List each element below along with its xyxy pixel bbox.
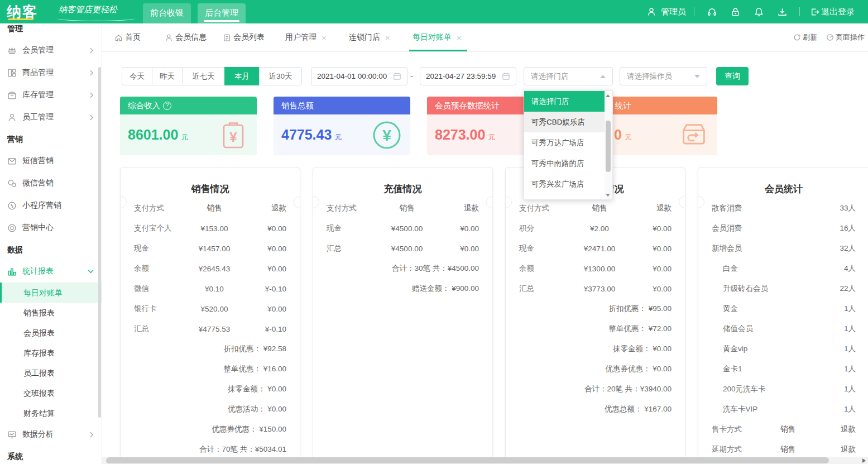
stat-row: 会员消费 16人	[698, 218, 868, 238]
sidebar-subitem-member-report[interactable]: 会员报表	[0, 323, 102, 343]
sidebar-item-statistic-reports[interactable]: 统计报表	[0, 260, 102, 283]
summary-line: 赠送金额： ¥900.00	[313, 279, 492, 299]
summary-line: 整单优惠： ¥72.00	[506, 319, 685, 339]
nav-back-manage[interactable]: 后台管理	[198, 3, 246, 23]
date-to-value: 2021-04-27 23:59:59	[426, 72, 496, 80]
envelope-icon	[7, 156, 17, 166]
sidebar-item-data-analysis[interactable]: 数据分析	[0, 423, 102, 446]
circle-yen-icon: ¥	[372, 121, 401, 150]
sidebar-item-label: 库存管理	[22, 90, 54, 100]
miniprogram-icon	[7, 201, 17, 211]
sidebar-subitem-staff-report[interactable]: 员工报表	[0, 363, 102, 383]
tab-label: 首页	[125, 32, 141, 42]
username[interactable]: 管理员	[661, 7, 686, 17]
caret-down-icon	[694, 75, 700, 78]
stat-row: 储值会员 1人	[698, 319, 868, 339]
help-icon[interactable]: ?	[163, 102, 171, 110]
sidebar-item-sms-marketing[interactable]: 短信营销	[0, 150, 102, 172]
sidebar-item-goods-manage[interactable]: 商品管理	[0, 61, 102, 84]
summary-line: 合计：20笔 共：¥3940.00	[506, 379, 685, 399]
tab-label: 会员信息	[175, 32, 207, 42]
page-ops-button[interactable]: 页面操作	[826, 23, 865, 51]
svg-text:¥: ¥	[229, 130, 237, 145]
date-to-input[interactable]: 2021-04-27 23:59:59	[420, 67, 516, 85]
sidebar-subitem-sales-report[interactable]: 销售报表	[0, 303, 102, 323]
sidebar-subitem-finance-settle[interactable]: 财务结算	[0, 403, 102, 423]
sidebar-item-staff-manage[interactable]: 员工管理	[0, 106, 102, 128]
dropdown-scroll-thumb[interactable]	[606, 121, 611, 172]
sidebar: 管理 会员管理 商品管理 库存管	[0, 23, 102, 464]
divider	[799, 7, 800, 16]
target-icon	[7, 223, 17, 233]
page-ops-label: 页面操作	[836, 32, 865, 42]
tab-daily-statement[interactable]: 每日对账单 ×	[413, 23, 462, 51]
tab-member-info[interactable]: 会员信息	[165, 23, 207, 51]
scroll-up-icon[interactable]	[606, 94, 610, 97]
card-unit: 元	[181, 132, 188, 142]
range-thismonth-button[interactable]: 本月	[224, 67, 260, 85]
refresh-button[interactable]: 刷新	[793, 23, 817, 51]
stat-row: 新增会员 32人	[698, 238, 868, 259]
card-unit: 元	[334, 132, 342, 142]
sidebar-item-inventory-manage[interactable]: 库存管理	[0, 84, 102, 106]
sidebar-subitem-daily-statement[interactable]: 每日对账单	[0, 283, 102, 303]
sidebar-item-miniprogram-marketing[interactable]: 小程序营销	[0, 194, 102, 217]
download-icon[interactable]	[773, 0, 792, 23]
lock-icon[interactable]	[726, 0, 745, 23]
bell-icon[interactable]	[749, 0, 768, 23]
dropdown-option-store[interactable]: 可秀万达广场店	[524, 132, 605, 153]
table-row: 汇总 ¥3773.00 ¥0.00	[506, 279, 685, 299]
headset-icon[interactable]	[702, 0, 721, 23]
close-icon[interactable]: ×	[322, 33, 327, 42]
sidebar-subitem-inventory-report[interactable]: 库存报表	[0, 343, 102, 363]
scroll-down-icon[interactable]	[606, 194, 610, 197]
tab-label: 用户管理	[285, 32, 316, 42]
search-button[interactable]: 查询	[716, 67, 749, 85]
logout-icon[interactable]	[808, 0, 821, 23]
range-last7days-button[interactable]: 近七天	[182, 67, 225, 85]
logout-label[interactable]: 退出登录	[821, 7, 855, 17]
sidebar-subitem-shift-report[interactable]: 交班报表	[0, 383, 102, 403]
sidebar-item-marketing-center[interactable]: 营销中心	[0, 217, 102, 239]
sidebar-section-data: 数据	[0, 239, 102, 260]
store-select[interactable]: 请选择门店	[524, 67, 613, 85]
panel-member-consume: 会员消费情况 支付方式 销售 退款 积分 ¥2.00 ¥0.00 现金 ¥247…	[505, 168, 685, 464]
logo-accent-stroke	[7, 18, 34, 20]
scroll-right-icon[interactable]	[862, 458, 866, 463]
divider	[694, 7, 694, 16]
operator-select[interactable]: 请选择操作员	[620, 67, 707, 85]
range-last30days-button[interactable]: 近30天	[259, 67, 302, 85]
user-avatar-icon[interactable]	[642, 0, 661, 23]
panel-notch	[692, 196, 704, 208]
stat-row: 洗车卡VIP 1人	[698, 399, 868, 419]
table-header-row: 支付方式 销售 退款	[506, 198, 685, 218]
dropdown-option-store[interactable]: 可秀兴发广场店	[524, 174, 605, 194]
sidebar-item-label: 商品管理	[22, 68, 54, 78]
top-header-bar: 纳客 纳客管店更轻松 前台收银 后台管理 管理员	[0, 0, 868, 23]
tab-user-manage[interactable]: 用户管理 ×	[285, 23, 327, 51]
sidebar-item-label: 员工管理	[22, 112, 54, 122]
close-icon[interactable]: ×	[385, 33, 390, 42]
sidebar-item-member-manage[interactable]: 会员管理	[0, 39, 102, 61]
crown-icon	[7, 46, 17, 55]
close-icon[interactable]: ×	[457, 33, 462, 42]
tab-home[interactable]: 首页	[114, 23, 141, 51]
range-today-button[interactable]: 今天	[122, 67, 152, 85]
horizontal-scrollbar[interactable]	[102, 457, 868, 464]
range-yesterday-button[interactable]: 昨天	[152, 67, 183, 85]
table-header-row: 支付方式 销售 退款	[313, 198, 492, 218]
sidebar-scrollbar[interactable]	[98, 67, 101, 418]
nav-front-cashier[interactable]: 前台收银	[143, 3, 191, 23]
table-row: 现金 ¥1457.00 ¥0.00	[121, 238, 300, 259]
sidebar-item-wechat-marketing[interactable]: 微信营销	[0, 172, 102, 194]
tab-chain-store[interactable]: 连锁门店 ×	[349, 23, 390, 51]
date-from-input[interactable]: 2021-04-01 00:00:00	[311, 67, 407, 85]
dropdown-option-store[interactable]: 可秀中南路的店	[524, 153, 605, 174]
dropdown-option-store[interactable]: 可秀CBD娱乐店	[524, 112, 605, 132]
dropdown-option-placeholder[interactable]: 请选择门店	[524, 91, 605, 112]
dropdown-option-store[interactable]: 可秀汉街店	[524, 194, 605, 200]
horizontal-scroll-thumb[interactable]	[106, 457, 829, 463]
dropdown-scrollbar[interactable]	[605, 92, 612, 199]
clipboard-yen-icon: ¥	[219, 121, 248, 150]
tab-member-list[interactable]: 会员列表	[223, 23, 265, 51]
